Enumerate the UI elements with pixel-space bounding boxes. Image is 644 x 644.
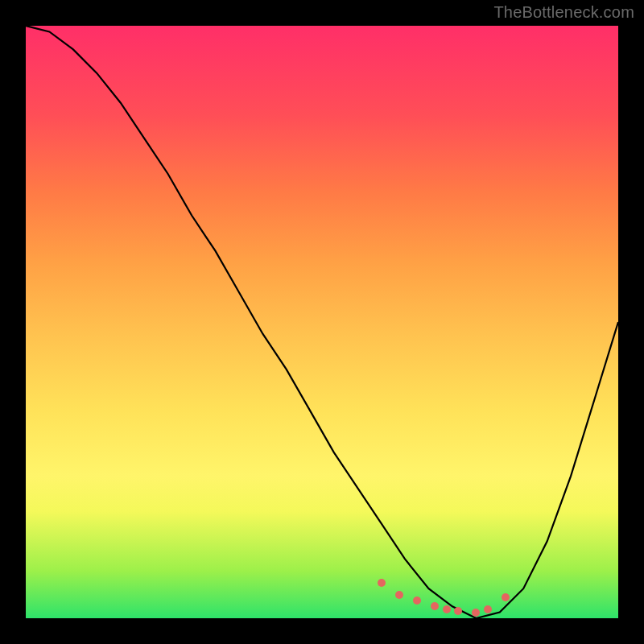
watermark-text: TheBottleneck.com bbox=[493, 3, 634, 22]
marker-dot bbox=[472, 609, 480, 617]
marker-dot bbox=[502, 593, 510, 601]
marker-dot bbox=[484, 605, 492, 613]
marker-dot bbox=[413, 597, 421, 605]
marker-dot bbox=[395, 591, 403, 599]
chart-plot-area bbox=[26, 26, 618, 618]
marker-dot bbox=[443, 605, 451, 613]
marker-dot bbox=[378, 579, 386, 587]
marker-dot bbox=[454, 607, 462, 615]
marker-dot bbox=[431, 602, 439, 610]
marker-dots-layer bbox=[26, 26, 618, 618]
